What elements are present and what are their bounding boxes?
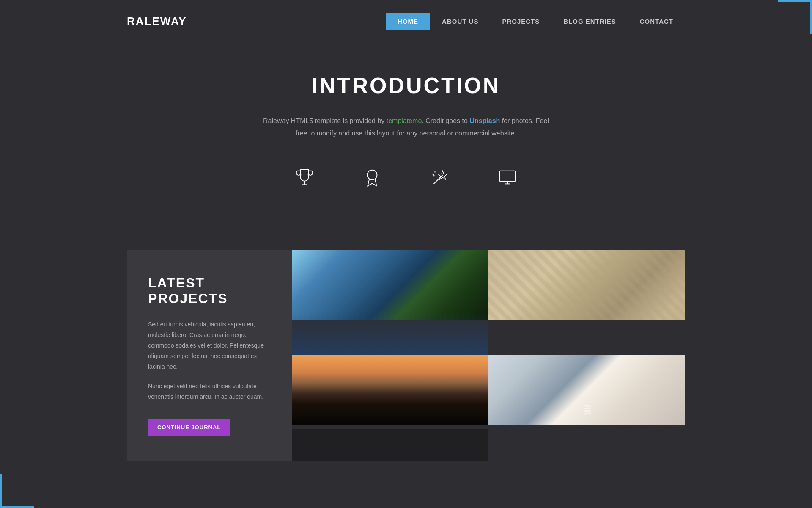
monitor-icon (495, 165, 520, 190)
desk-image (488, 355, 685, 425)
nav-contact[interactable]: CONTACT (628, 13, 685, 30)
project-image-1 (292, 250, 488, 356)
nav-projects[interactable]: PROJECTS (490, 13, 551, 30)
project-image-4 (488, 355, 685, 461)
project-image-2 (488, 250, 685, 356)
projects-text-1: Sed eu turpis vehicula, iaculis sapien e… (148, 319, 271, 373)
intro-text: Raleway HTML5 template is provided by te… (258, 115, 554, 140)
unsplash-link[interactable]: Unsplash (469, 117, 500, 124)
project-image-3 (292, 355, 488, 461)
projects-grid (292, 250, 685, 461)
intro-text-mid: . Credit goes to (422, 117, 469, 124)
svg-point-2 (367, 170, 377, 179)
intro-text-before: Raleway HTML5 template is provided by (263, 117, 387, 124)
svg-line-3 (434, 175, 443, 184)
projects-content: LATEST PROJECTS Sed eu turpis vehicula, … (148, 275, 271, 436)
icons-row (127, 165, 685, 190)
nav-blog[interactable]: BLOG ENTRIES (551, 13, 628, 30)
header: RALEWAY HOME ABOUT US PROJECTS BLOG ENTR… (0, 0, 812, 39)
projects-section: LATEST PROJECTS Sed eu turpis vehicula, … (127, 250, 685, 461)
logo: RALEWAY (127, 15, 187, 28)
award-icon (359, 165, 385, 190)
continue-journal-button[interactable]: CONTINUE JOURNAL (148, 419, 230, 436)
navigation: HOME ABOUT US PROJECTS BLOG ENTRIES CONT… (386, 13, 685, 30)
svg-line-6 (432, 174, 434, 175)
projects-left-panel: LATEST PROJECTS Sed eu turpis vehicula, … (127, 250, 292, 461)
projects-text-2: Nunc eget velit nec felis ultrices vulpu… (148, 381, 271, 402)
mountain-lake-image (292, 250, 488, 320)
templatemo-link[interactable]: templatemo (387, 117, 422, 124)
intro-title: INTRODUCTION (127, 73, 685, 98)
projects-title: LATEST PROJECTS (148, 275, 271, 306)
coast-image (292, 355, 488, 425)
trophy-icon (292, 165, 317, 190)
svg-rect-8 (500, 171, 515, 181)
nav-home[interactable]: HOME (386, 13, 430, 30)
intro-section: INTRODUCTION Raleway HTML5 template is p… (0, 39, 812, 224)
magic-wand-icon (427, 165, 453, 190)
map-image (488, 250, 685, 320)
corner-decoration-bl (0, 474, 34, 508)
nav-about[interactable]: ABOUT US (430, 13, 490, 30)
